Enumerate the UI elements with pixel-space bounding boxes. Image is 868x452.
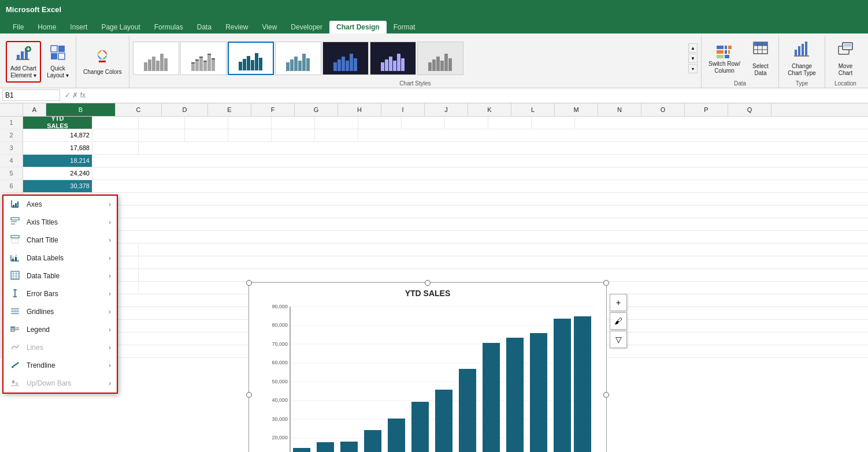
chart-style-7[interactable] <box>417 42 463 75</box>
chart-container[interactable]: YTD SALES 90,000 80,000 70,000 60,000 50… <box>248 282 607 452</box>
menu-item-chart-title[interactable]: Chart Title › <box>3 231 117 249</box>
chart-style-2[interactable] <box>180 42 227 75</box>
col-header-h[interactable]: H <box>338 103 381 116</box>
col-header-c[interactable]: C <box>116 103 162 116</box>
chart-title-label: Chart Title <box>27 236 58 244</box>
table-row: 9 56,893 <box>0 218 868 231</box>
col-header-o[interactable]: O <box>641 103 685 116</box>
cell-l1[interactable] <box>488 117 532 129</box>
change-chart-type-button[interactable]: ChangeChart Type <box>784 38 819 79</box>
svg-rect-79 <box>11 236 19 238</box>
col-header-k[interactable]: K <box>468 103 511 116</box>
styles-scroll-more[interactable]: ▾ <box>688 64 698 73</box>
cell-b5[interactable]: 24,240 <box>23 167 92 180</box>
formula-input[interactable] <box>90 91 866 99</box>
table-row: 8 45,656 <box>0 206 868 218</box>
select-data-button[interactable]: SelectData <box>746 38 775 79</box>
col-header-n[interactable]: N <box>598 103 641 116</box>
chart-style-6[interactable] <box>370 42 416 75</box>
col-header-p[interactable]: P <box>685 103 728 116</box>
cell-f1[interactable] <box>228 117 272 129</box>
tab-format[interactable]: Format <box>387 21 422 33</box>
col-header-q[interactable]: Q <box>728 103 771 116</box>
cell-j1[interactable] <box>402 117 445 129</box>
name-box[interactable] <box>2 89 60 101</box>
cell-h2[interactable] <box>315 129 358 141</box>
move-chart-button[interactable]: MoveChart <box>831 38 860 79</box>
col-header-b[interactable]: B <box>46 103 116 116</box>
chart-style-sidebar-button[interactable]: 🖌 <box>610 312 627 330</box>
svg-rect-104 <box>12 329 14 330</box>
add-chart-element-button[interactable]: Add ChartElement ▾ <box>6 41 41 83</box>
cell-c3[interactable] <box>92 142 139 154</box>
switch-row-column-button[interactable]: Switch Row/Column <box>705 40 744 77</box>
styles-scroll-down[interactable]: ▼ <box>688 54 698 63</box>
tab-file[interactable]: File <box>6 21 31 33</box>
svg-rect-14 <box>717 50 724 54</box>
tab-data[interactable]: Data <box>190 21 218 33</box>
chart-add-element-sidebar-button[interactable]: + <box>610 294 627 311</box>
cell-c1[interactable] <box>92 117 139 129</box>
tab-formulas[interactable]: Formulas <box>147 21 190 33</box>
menu-item-trendline[interactable]: Trendline › <box>3 357 117 375</box>
tab-chart-design[interactable]: Chart Design <box>329 21 387 33</box>
chart-style-1[interactable] <box>133 42 179 75</box>
tab-review[interactable]: Review <box>218 21 255 33</box>
chart-filter-sidebar-button[interactable]: ▽ <box>610 331 627 348</box>
cell-b4[interactable]: 18,214 <box>23 155 92 167</box>
cell-i1[interactable] <box>358 117 402 129</box>
svg-rect-105 <box>15 327 19 328</box>
cell-e1[interactable] <box>185 117 228 129</box>
svg-rect-29 <box>802 44 804 55</box>
cell-g2[interactable] <box>272 129 315 141</box>
menu-item-axis-titles[interactable]: Axis Titles › <box>3 214 117 231</box>
cell-f2[interactable] <box>228 129 272 141</box>
chart-style-5[interactable] <box>322 42 369 75</box>
tab-insert[interactable]: Insert <box>63 21 94 33</box>
svg-rect-8 <box>58 46 65 52</box>
menu-item-data-labels[interactable]: 1 2 Data Labels › <box>3 249 117 267</box>
tab-page-layout[interactable]: Page Layout <box>94 21 147 33</box>
cell-b2[interactable]: 14,872 <box>23 129 92 141</box>
col-header-d[interactable]: D <box>162 103 208 116</box>
trendline-label: Trendline <box>27 361 55 369</box>
cell-k1[interactable] <box>445 117 488 129</box>
col-header-m[interactable]: M <box>555 103 598 116</box>
cell-b1[interactable]: YTDSALES <box>23 117 92 129</box>
bar-widgetcorp <box>340 442 358 452</box>
menu-item-error-bars[interactable]: Error Bars › <box>3 285 117 303</box>
cell-e2[interactable] <box>185 129 228 141</box>
tab-home[interactable]: Home <box>31 21 63 33</box>
menu-item-axes[interactable]: Axes › <box>3 196 117 214</box>
col-header-a[interactable]: A <box>23 103 46 116</box>
style1-bars <box>143 48 169 71</box>
row-num-6: 6 <box>0 180 23 192</box>
change-colors-button[interactable]: Change Colors <box>80 46 125 79</box>
styles-scroll-up[interactable]: ▲ <box>688 43 698 53</box>
col-header-j[interactable]: J <box>425 103 468 116</box>
chart-style-3[interactable] <box>228 42 274 75</box>
cell-d2[interactable] <box>139 129 185 141</box>
cell-d1[interactable] <box>139 117 185 129</box>
cell-g1[interactable] <box>272 117 315 129</box>
chart-style-4[interactable] <box>275 42 321 75</box>
tab-view[interactable]: View <box>255 21 284 33</box>
cell-c2[interactable] <box>92 129 139 141</box>
cell-h1[interactable] <box>315 117 358 129</box>
quick-layout-button[interactable]: QuickLayout ▾ <box>43 42 72 82</box>
col-header-g[interactable]: G <box>295 103 338 116</box>
menu-item-data-table[interactable]: Data Table › <box>3 267 117 285</box>
tab-developer[interactable]: Developer <box>284 21 329 33</box>
cell-m1[interactable] <box>532 117 575 129</box>
col-header-i[interactable]: I <box>381 103 425 116</box>
cell-b6[interactable]: 30,378 <box>23 180 92 192</box>
col-header-l[interactable]: L <box>511 103 555 116</box>
cell-b3[interactable]: 17,688 <box>23 142 92 154</box>
row-num-4: 4 <box>0 155 23 167</box>
gridlines-label: Gridlines <box>27 308 54 316</box>
col-header-f[interactable]: F <box>251 103 295 116</box>
menu-item-gridlines[interactable]: Gridlines › <box>3 303 117 321</box>
bar-fakebrothers <box>364 430 381 452</box>
col-header-e[interactable]: E <box>208 103 251 116</box>
menu-item-legend[interactable]: Legend › <box>3 321 117 339</box>
